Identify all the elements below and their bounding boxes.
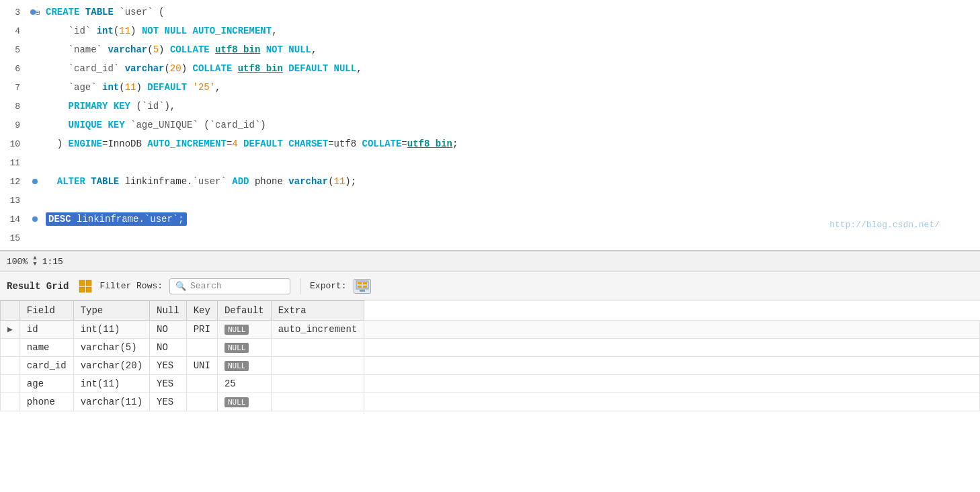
code-line-6: 6 `card_id` varchar(20) COLLATE utf8_bin… bbox=[0, 59, 980, 78]
line-number: 4 bbox=[0, 26, 27, 36]
line-number: 11 bbox=[0, 158, 27, 168]
code-line-11: 11 bbox=[0, 153, 980, 172]
null-badge: NULL bbox=[224, 397, 249, 407]
toolbar-divider bbox=[300, 278, 300, 294]
cell-extra bbox=[271, 375, 364, 393]
line-number: 13 bbox=[0, 196, 27, 206]
line-content: CREATE TABLE `user` ( bbox=[43, 3, 980, 21]
svg-rect-9 bbox=[360, 290, 365, 292]
cell-field: phone bbox=[19, 393, 73, 411]
cell-empty bbox=[364, 375, 980, 393]
svg-rect-5 bbox=[358, 282, 362, 284]
search-box[interactable]: 🔍 Search bbox=[169, 278, 290, 294]
zoom-level: 100% bbox=[7, 257, 28, 267]
cell-key bbox=[186, 375, 217, 393]
code-editor: 3⊟CREATE TABLE `user` (4 `id` int(11) NO… bbox=[0, 0, 980, 251]
table-header-extra: Extra bbox=[271, 301, 364, 321]
cell-field: age bbox=[19, 375, 73, 393]
code-line-10: 10 ) ENGINE=InnoDB AUTO_INCREMENT=4 DEFA… bbox=[0, 134, 980, 153]
cell-null: YES bbox=[150, 375, 187, 393]
row-arrow-cell bbox=[1, 393, 20, 411]
line-number: 6 bbox=[0, 64, 27, 74]
result-table-container: FieldTypeNullKeyDefaultExtra ▶idint(11)N… bbox=[0, 300, 980, 411]
line-number: 9 bbox=[0, 120, 27, 130]
line-content: `name` varchar(5) COLLATE utf8_bin NOT N… bbox=[43, 41, 980, 58]
table-header-key: Key bbox=[186, 301, 217, 321]
table-header-null: Null bbox=[150, 301, 187, 321]
cell-extra bbox=[271, 357, 364, 375]
cursor-position: 1:15 bbox=[42, 257, 63, 267]
line-gutter bbox=[27, 179, 43, 184]
cell-extra bbox=[271, 393, 364, 411]
svg-rect-2 bbox=[79, 287, 85, 292]
export-button[interactable] bbox=[354, 279, 371, 294]
svg-rect-8 bbox=[363, 286, 367, 288]
export-label: Export: bbox=[310, 281, 347, 291]
cell-default: 25 bbox=[217, 375, 271, 393]
cell-field: name bbox=[19, 339, 73, 357]
cell-extra: auto_increment bbox=[271, 321, 364, 339]
line-number: 14 bbox=[0, 214, 27, 224]
code-line-5: 5 `name` varchar(5) COLLATE utf8_bin NOT… bbox=[0, 40, 980, 59]
code-line-9: 9 UNIQUE KEY `age_UNIQUE` (`card_id`) bbox=[0, 116, 980, 134]
search-icon: 🔍 bbox=[175, 281, 186, 292]
cell-type: varchar(11) bbox=[73, 393, 149, 411]
grid-view-icon[interactable] bbox=[78, 279, 93, 294]
cell-key: UNI bbox=[186, 357, 217, 375]
row-selected-arrow: ▶ bbox=[7, 325, 13, 335]
cell-empty bbox=[364, 339, 980, 357]
cell-type: varchar(5) bbox=[73, 339, 149, 357]
code-line-13: 13 bbox=[0, 191, 980, 210]
cell-empty bbox=[364, 321, 980, 339]
fold-icon[interactable]: ⊟ bbox=[36, 8, 40, 17]
null-badge: NULL bbox=[224, 325, 249, 335]
line-gutter: ⊟ bbox=[27, 8, 43, 17]
breakpoint-dot[interactable] bbox=[32, 216, 38, 222]
line-content: ALTER TABLE linkinframe.`user` ADD phone… bbox=[43, 173, 980, 190]
line-content: `age` int(11) DEFAULT '25', bbox=[43, 79, 980, 96]
cell-type: int(11) bbox=[73, 321, 149, 339]
svg-rect-4 bbox=[356, 281, 368, 289]
svg-rect-0 bbox=[79, 280, 85, 286]
line-content: `id` int(11) NOT NULL AUTO_INCREMENT, bbox=[43, 22, 980, 40]
status-bar: 100% ▲ ▼ 1:15 bbox=[0, 251, 980, 272]
line-content: `card_id` varchar(20) COLLATE utf8_bin D… bbox=[43, 60, 980, 77]
table-row: card_idvarchar(20)YESUNINULL bbox=[1, 357, 980, 375]
cell-default: NULL bbox=[217, 321, 271, 339]
cell-extra bbox=[271, 339, 364, 357]
line-number: 7 bbox=[0, 83, 27, 93]
line-content: UNIQUE KEY `age_UNIQUE` (`card_id`) bbox=[43, 116, 980, 134]
row-arrow-cell bbox=[1, 339, 20, 357]
line-number: 8 bbox=[0, 101, 27, 112]
watermark: http://blog.csdn.net/ bbox=[829, 220, 940, 230]
table-row: phonevarchar(11)YESNULL bbox=[1, 393, 980, 411]
code-line-15: 15 bbox=[0, 229, 980, 247]
result-grid-label: Result Grid bbox=[7, 281, 69, 292]
cell-key bbox=[186, 393, 217, 411]
line-gutter bbox=[27, 216, 43, 222]
cell-default: NULL bbox=[217, 357, 271, 375]
table-row: ▶idint(11)NOPRINULLauto_increment bbox=[1, 321, 980, 339]
code-line-3: 3⊟CREATE TABLE `user` ( bbox=[0, 3, 980, 22]
cell-field: card_id bbox=[19, 357, 73, 375]
result-table: FieldTypeNullKeyDefaultExtra ▶idint(11)N… bbox=[0, 300, 980, 411]
cell-key: PRI bbox=[186, 321, 217, 339]
breakpoint-dot[interactable] bbox=[30, 9, 36, 15]
cell-type: int(11) bbox=[73, 375, 149, 393]
zoom-arrows[interactable]: ▲ ▼ bbox=[33, 255, 36, 268]
cell-null: YES bbox=[150, 393, 187, 411]
line-number: 10 bbox=[0, 139, 27, 149]
code-line-7: 7 `age` int(11) DEFAULT '25', bbox=[0, 78, 980, 97]
cell-empty bbox=[364, 357, 980, 375]
cell-null: YES bbox=[150, 357, 187, 375]
code-line-4: 4 `id` int(11) NOT NULL AUTO_INCREMENT, bbox=[0, 22, 980, 40]
line-number: 15 bbox=[0, 233, 27, 243]
table-header-type: Type bbox=[73, 301, 149, 321]
cell-default: NULL bbox=[217, 393, 271, 411]
table-row: namevarchar(5)NONULL bbox=[1, 339, 980, 357]
breakpoint-dot[interactable] bbox=[32, 179, 38, 184]
search-input[interactable]: Search bbox=[190, 281, 222, 291]
cell-field: id bbox=[19, 321, 73, 339]
cell-key bbox=[186, 339, 217, 357]
null-badge: NULL bbox=[224, 361, 249, 371]
